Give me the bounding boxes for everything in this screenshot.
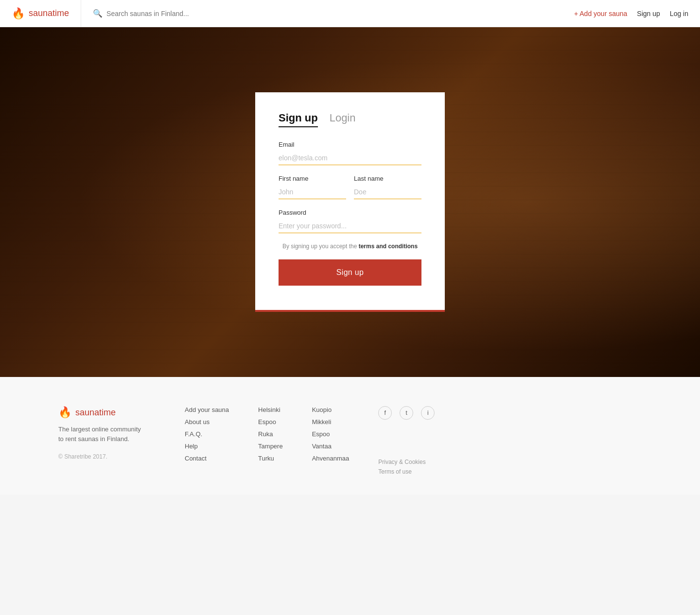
footer-link-ruka[interactable]: Ruka [258, 430, 283, 438]
firstname-group: First name [279, 175, 346, 199]
search-icon: 🔍 [93, 9, 103, 18]
terms-link[interactable]: terms and conditions [359, 243, 418, 250]
search-area: 🔍 [93, 9, 574, 18]
footer-col-1: Add your sauna About us F.A.Q. Help Cont… [185, 406, 229, 475]
footer-col-2: Helsinki Espoo Ruka Tampere Turku [258, 406, 283, 475]
footer-brand: 🔥 saunatime The largest online community… [58, 406, 156, 460]
terms-of-use-link[interactable]: Terms of use [378, 468, 425, 475]
footer-tagline-line2: to rent saunas in Finland. [58, 435, 129, 443]
footer-link-espoo2[interactable]: Espoo [312, 430, 350, 438]
search-input[interactable] [106, 10, 213, 17]
login-nav-link[interactable]: Log in [670, 10, 688, 17]
password-label: Password [279, 209, 421, 216]
footer-columns: Add your sauna About us F.A.Q. Help Cont… [185, 406, 642, 475]
footer-link-faq[interactable]: F.A.Q. [185, 430, 229, 438]
flame-icon: 🔥 [12, 7, 25, 20]
terms-pre-text: By signing up you accept the [282, 243, 359, 250]
tab-login[interactable]: Login [330, 112, 356, 127]
header: 🔥 saunatime 🔍 + Add your sauna Sign up L… [0, 0, 700, 27]
hero-section: Sign up Login Email First name Last name… [0, 27, 700, 377]
terms-text: By signing up you accept the terms and c… [279, 243, 421, 250]
twitter-icon[interactable]: t [400, 406, 413, 420]
footer-link-mikkeli[interactable]: Mikkeli [312, 418, 350, 426]
instagram-icon[interactable]: i [421, 406, 435, 420]
modal-overlay: Sign up Login Email First name Last name… [0, 27, 700, 377]
lastname-input[interactable] [354, 185, 421, 199]
social-icons: f t i [378, 406, 435, 420]
firstname-label: First name [279, 175, 346, 182]
footer-link-about[interactable]: About us [185, 418, 229, 426]
footer-tagline: The largest online community to rent sau… [58, 425, 156, 444]
privacy-link[interactable]: Privacy & Cookies [378, 459, 425, 465]
footer-link-help[interactable]: Help [185, 443, 229, 450]
lastname-label: Last name [354, 175, 421, 182]
nav-right: + Add your sauna Sign up Log in [574, 10, 688, 17]
footer-logo-text: saunatime [75, 408, 116, 418]
password-input[interactable] [279, 219, 421, 233]
name-row: First name Last name [279, 175, 421, 199]
signup-button[interactable]: Sign up [279, 259, 421, 286]
footer-link-helsinki[interactable]: Helsinki [258, 406, 283, 413]
facebook-icon[interactable]: f [378, 406, 392, 420]
footer-link-contact[interactable]: Contact [185, 455, 229, 462]
footer-link-espoo[interactable]: Espoo [258, 418, 283, 426]
footer: 🔥 saunatime The largest online community… [0, 377, 700, 495]
add-sauna-link[interactable]: + Add your sauna [574, 10, 627, 17]
email-input[interactable] [279, 151, 421, 165]
firstname-input[interactable] [279, 185, 346, 199]
lastname-group: Last name [354, 175, 421, 199]
logo-sauna: sauna [29, 8, 52, 18]
footer-inner: 🔥 saunatime The largest online community… [58, 406, 642, 475]
footer-link-ahvenanmaa[interactable]: Ahvenanmaa [312, 455, 350, 462]
signup-modal: Sign up Login Email First name Last name… [255, 92, 445, 312]
footer-right-col: f t i Privacy & Cookies Terms of use [378, 406, 435, 475]
footer-logo-sauna: sauna [75, 408, 99, 417]
footer-link-add-sauna[interactable]: Add your sauna [185, 406, 229, 413]
auth-tabs: Sign up Login [279, 112, 421, 127]
logo-area: 🔥 saunatime [12, 0, 81, 27]
footer-link-vantaa[interactable]: Vantaa [312, 443, 350, 450]
footer-link-turku[interactable]: Turku [258, 455, 283, 462]
email-label: Email [279, 141, 421, 148]
footer-col-3: Kuopio Mikkeli Espoo Vantaa Ahvenanmaa [312, 406, 350, 475]
footer-link-kuopio[interactable]: Kuopio [312, 406, 350, 413]
password-group: Password [279, 209, 421, 233]
footer-logo: 🔥 saunatime [58, 406, 156, 419]
footer-link-tampere[interactable]: Tampere [258, 443, 283, 450]
email-group: Email [279, 141, 421, 165]
footer-legal: Privacy & Cookies Terms of use [378, 459, 425, 475]
tab-signup[interactable]: Sign up [279, 112, 318, 127]
signup-nav-link[interactable]: Sign up [637, 10, 660, 17]
footer-flame-icon: 🔥 [58, 406, 71, 419]
logo-text: saunatime [29, 8, 69, 18]
logo-time: time [52, 8, 69, 18]
footer-copyright: © Sharetribe 2017. [58, 453, 156, 460]
footer-tagline-line1: The largest online community [58, 426, 141, 433]
footer-logo-time: time [99, 408, 116, 417]
